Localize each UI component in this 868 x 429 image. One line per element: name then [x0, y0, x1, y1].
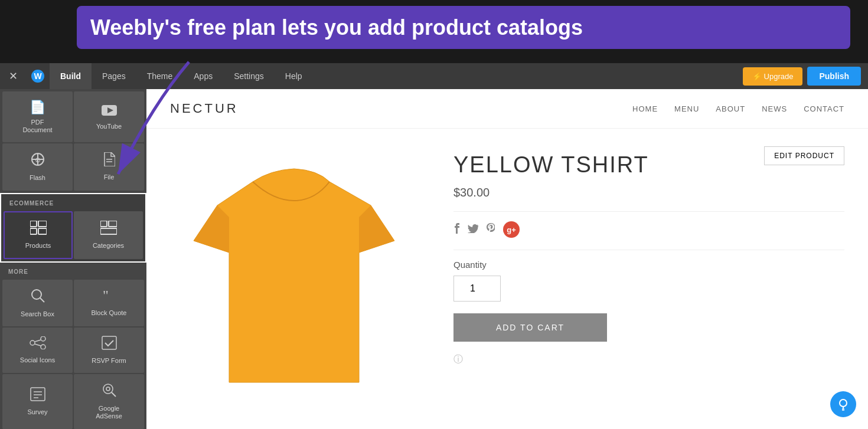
tab-theme[interactable]: Theme	[136, 63, 184, 89]
sidebar-item-block-quote[interactable]: " Block Quote	[74, 280, 144, 326]
sidebar-item-youtube[interactable]: YouTube	[74, 91, 144, 142]
ecommerce-section: ECOMMERCE Products	[0, 193, 146, 263]
flash-label: Flash	[30, 174, 45, 182]
sidebar-grid-media: 📄 PDFDocument YouTube ⊘ Flash	[0, 89, 146, 193]
edit-product-button[interactable]: EDIT PRODUCT	[764, 146, 844, 165]
svg-point-18	[32, 290, 41, 299]
publish-button[interactable]: Publish	[807, 67, 861, 86]
nav-home[interactable]: HOME	[632, 104, 658, 113]
sidebar-item-rsvp-form[interactable]: RSVP Form	[74, 328, 144, 373]
youtube-label: YouTube	[96, 123, 122, 130]
top-navigation: ✕ W Build Pages Theme Apps Settings Help…	[0, 63, 868, 89]
svg-rect-14	[38, 228, 47, 234]
quantity-input[interactable]	[453, 276, 501, 302]
social-share-icons: g+	[453, 221, 844, 238]
sidebar: 📄 PDFDocument YouTube ⊘ Flash	[0, 89, 146, 429]
social-icons-icon	[30, 336, 46, 353]
pdf-icon: 📄	[30, 100, 45, 115]
block-quote-icon: "	[102, 289, 117, 306]
tab-help[interactable]: Help	[275, 63, 313, 89]
sidebar-item-survey[interactable]: Survey	[2, 374, 73, 428]
search-box-label: Search Box	[21, 310, 54, 318]
chat-bubble-button[interactable]	[830, 391, 856, 417]
svg-line-19	[40, 298, 44, 302]
svg-rect-16	[109, 221, 117, 227]
site-logo: NECTUR	[170, 101, 239, 116]
twitter-icon[interactable]	[468, 224, 478, 235]
file-icon	[103, 152, 115, 170]
svg-rect-12	[38, 221, 47, 227]
upgrade-button[interactable]: ⚡ Upgrade	[743, 67, 802, 86]
google-adsense-label: GoogleAdSense	[96, 405, 122, 420]
svg-point-32	[106, 387, 110, 391]
svg-point-34	[840, 399, 847, 407]
categories-label: Categories	[93, 242, 124, 250]
svg-line-33	[112, 392, 116, 397]
nav-menu[interactable]: MENU	[674, 104, 699, 113]
site-header: NECTUR HOME MENU ABOUT NEWS CONTACT	[146, 89, 868, 129]
nav-tabs: Build Pages Theme Apps Settings Help	[50, 63, 743, 89]
more-section: MORE Search Box " Block Quote	[0, 263, 146, 429]
svg-rect-11	[30, 221, 37, 227]
product-area: EDIT PRODUCT YELLOW TSHIRT $30.00	[146, 129, 868, 429]
svg-rect-15	[100, 221, 107, 227]
svg-point-21	[30, 340, 35, 345]
sidebar-item-flash[interactable]: ⊘ Flash	[2, 143, 73, 190]
svg-text:": "	[103, 289, 109, 302]
nav-about[interactable]: ABOUT	[716, 104, 745, 113]
main-content: NECTUR HOME MENU ABOUT NEWS CONTACT EDIT…	[146, 89, 868, 429]
tab-apps[interactable]: Apps	[183, 63, 223, 89]
sidebar-item-search-box[interactable]: Search Box	[2, 280, 73, 326]
svg-line-25	[35, 344, 41, 346]
svg-line-24	[35, 340, 41, 342]
search-box-icon	[30, 288, 45, 307]
svg-text:⊘: ⊘	[35, 156, 41, 164]
survey-icon	[30, 387, 45, 405]
rsvp-form-icon	[102, 336, 117, 353]
product-image-column	[170, 146, 418, 418]
tab-build[interactable]: Build	[50, 63, 92, 89]
add-to-cart-button[interactable]: ADD TO CART	[453, 313, 607, 342]
svg-rect-27	[31, 388, 45, 401]
svg-point-22	[41, 336, 45, 341]
sidebar-item-file[interactable]: File	[74, 143, 144, 190]
tab-settings[interactable]: Settings	[223, 63, 275, 89]
info-icon: ⓘ	[453, 354, 463, 364]
tshirt-svg	[182, 158, 406, 406]
svg-point-23	[41, 345, 45, 349]
sidebar-item-social-icons[interactable]: Social Icons	[2, 328, 73, 373]
products-label: Products	[25, 242, 51, 250]
sidebar-item-google-adsense[interactable]: GoogleAdSense	[74, 374, 144, 428]
block-quote-label: Block Quote	[92, 309, 127, 317]
lightbulb-icon	[837, 398, 850, 411]
svg-text:W: W	[34, 71, 42, 81]
survey-label: Survey	[27, 408, 47, 416]
close-button[interactable]: ✕	[0, 70, 26, 83]
sidebar-item-categories[interactable]: Categories	[74, 211, 143, 259]
product-details-column: YELLOW TSHIRT $30.00	[453, 146, 844, 418]
more-section-label: MORE	[0, 263, 146, 277]
pdf-label: PDFDocument	[22, 119, 52, 134]
sidebar-item-products[interactable]: Products	[4, 211, 73, 259]
ecommerce-section-label: ECOMMERCE	[1, 194, 145, 209]
product-image	[170, 146, 418, 418]
nav-contact[interactable]: CONTACT	[804, 104, 844, 113]
ecommerce-grid: Products Categories	[1, 209, 145, 261]
weebly-logo: W	[26, 69, 50, 83]
file-label: File	[104, 173, 115, 181]
facebook-icon[interactable]	[453, 223, 459, 236]
google-plus-icon[interactable]: g+	[503, 221, 520, 238]
pinterest-icon[interactable]	[487, 223, 495, 236]
svg-point-31	[103, 384, 113, 394]
nav-news[interactable]: NEWS	[762, 104, 787, 113]
annotation-banner: Weebly's free plan lets you add product …	[77, 6, 850, 49]
rsvp-form-label: RSVP Form	[92, 357, 126, 365]
social-icons-label: Social Icons	[20, 356, 55, 364]
site-navigation: HOME MENU ABOUT NEWS CONTACT	[632, 104, 844, 113]
quantity-label: Quantity	[453, 260, 844, 270]
tab-pages[interactable]: Pages	[92, 63, 136, 89]
annotation-text: Weebly's free plan lets you add product …	[90, 15, 837, 40]
svg-rect-17	[100, 228, 117, 234]
product-price: $30.00	[453, 186, 844, 199]
sidebar-item-pdf-document[interactable]: 📄 PDFDocument	[2, 91, 73, 142]
